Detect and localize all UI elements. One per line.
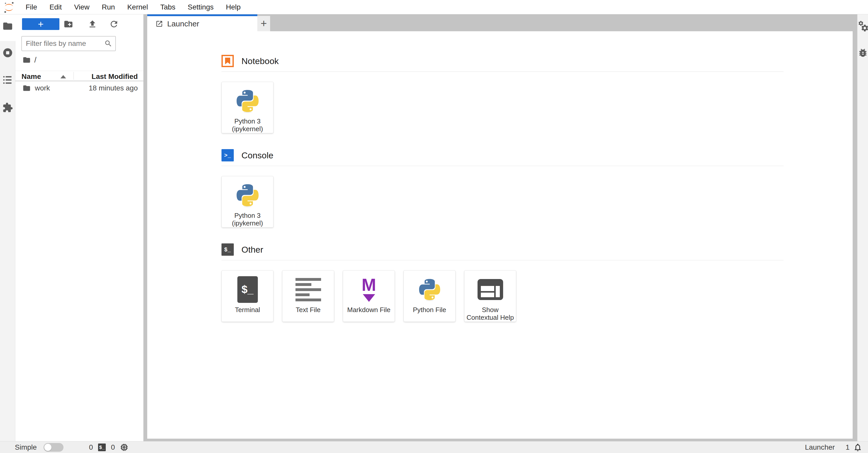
context-label: Launcher [805,443,835,451]
column-name[interactable]: Name [22,73,41,81]
jupyter-logo-icon [3,2,15,13]
new-folder-icon [63,19,73,29]
kernel-chip-icon[interactable] [120,443,129,452]
table-of-contents-icon[interactable] [2,75,13,85]
card-label: Show Contextual Help [467,306,514,321]
sort-ascending-icon [60,75,66,78]
menu-kernel[interactable]: Kernel [121,0,154,14]
launcher-card-markdown-file[interactable]: M Markdown File [343,270,395,322]
status-bar: Simple 0 $_ 0 Launcher 1 [0,441,868,453]
running-sessions-icon[interactable] [2,48,13,58]
markdown-icon: M [362,277,376,302]
launcher-tab-icon [155,20,163,28]
main-dock-area: Launcher + Notebook Python 3 [144,15,857,441]
terminal-section-icon: $_ [221,244,234,256]
notebook-icon [221,55,234,67]
section-notebook-header: Notebook [221,55,783,67]
bell-icon[interactable] [853,443,862,452]
upload-button[interactable] [88,19,98,29]
new-tab-button[interactable]: + [257,16,270,31]
file-row-work[interactable]: work 18 minutes ago [16,82,144,95]
section-title: Other [242,245,263,255]
card-label: Python 3 (ipykernel) [232,117,263,133]
menu-tabs[interactable]: Tabs [154,0,182,14]
launcher-card-text-file[interactable]: Text File [282,270,334,322]
terminal-count[interactable]: 0 [89,443,93,451]
launcher-card-contextual-help[interactable]: Show Contextual Help [464,270,516,322]
terminal-icon: $_ [237,276,258,303]
python-logo-icon [418,273,441,306]
folder-icon [23,84,31,92]
notification-count[interactable]: 1 [845,443,849,451]
file-modified: 18 minutes ago [89,84,138,92]
text-file-icon [296,278,321,301]
breadcrumb: / [23,55,36,65]
kernel-count[interactable]: 0 [111,443,115,451]
filter-files-input[interactable] [26,39,104,48]
debugger-icon[interactable] [858,48,868,58]
column-divider [73,72,74,80]
tab-launcher[interactable]: Launcher [147,15,257,31]
file-browser-icon[interactable] [2,21,13,31]
upload-icon [88,19,97,29]
menu-edit[interactable]: Edit [43,0,68,14]
breadcrumb-root[interactable]: / [34,56,36,64]
section-title: Console [242,150,274,161]
section-notebook: Notebook Python 3 (ipykernel) [221,55,783,133]
contextual-help-icon [477,273,503,306]
home-folder-icon[interactable] [23,56,31,64]
section-divider [221,260,783,260]
file-name: work [35,84,50,92]
python-logo-icon [235,179,260,211]
menu-view[interactable]: View [68,0,95,14]
launcher-card-python-file[interactable]: Python File [404,270,456,322]
refresh-icon [109,19,119,29]
terminal-badge-icon[interactable]: $_ [98,444,106,451]
menu-file[interactable]: File [20,0,43,14]
menu-help[interactable]: Help [220,0,247,14]
right-activity-bar [857,15,868,441]
section-console: >_ Console Python 3 (ipykernel) [221,149,783,228]
console-icon: >_ [221,149,234,162]
menu-settings[interactable]: Settings [182,0,220,14]
section-divider [221,166,783,166]
refresh-button[interactable] [109,19,119,29]
menu-bar: File Edit View Run Kernel Tabs Settings … [0,0,868,15]
launcher-card-notebook-python3[interactable]: Python 3 (ipykernel) [221,82,274,133]
filter-files-box [22,36,116,51]
search-icon [104,39,113,48]
python-logo-icon [235,85,260,117]
launcher-card-console-python3[interactable]: Python 3 (ipykernel) [221,176,274,228]
tab-bar: Launcher + [144,15,857,31]
column-last-modified[interactable]: Last Modified [92,73,138,81]
simple-mode-label: Simple [15,443,37,451]
simple-mode-toggle[interactable] [43,443,63,452]
new-folder-button[interactable] [63,19,74,29]
section-divider [221,72,783,72]
section-title: Notebook [242,56,279,66]
property-inspector-icon[interactable] [858,21,868,31]
file-list-header: Name Last Modified [16,71,144,81]
extension-manager-icon[interactable] [2,102,13,113]
file-browser-panel: + / Name Last Modified work 18 minutes a… [16,15,144,441]
new-launcher-button[interactable]: + [22,18,59,30]
card-label: Terminal [235,306,260,314]
card-label: Python 3 (ipykernel) [232,211,263,227]
section-other-header: $_ Other [221,244,783,256]
card-label: Markdown File [347,306,391,314]
section-other: $_ Other $_ Terminal [221,244,783,322]
menu-run[interactable]: Run [96,0,121,14]
card-label: Python File [413,306,446,314]
toggle-knob [44,444,52,451]
tab-label: Launcher [167,20,199,28]
section-console-header: >_ Console [221,149,783,162]
left-activity-bar [0,15,16,441]
card-label: Text File [296,306,320,314]
launcher-card-terminal[interactable]: $_ Terminal [221,270,274,322]
launcher-panel: Notebook Python 3 (ipykernel) >_ C [147,31,852,438]
